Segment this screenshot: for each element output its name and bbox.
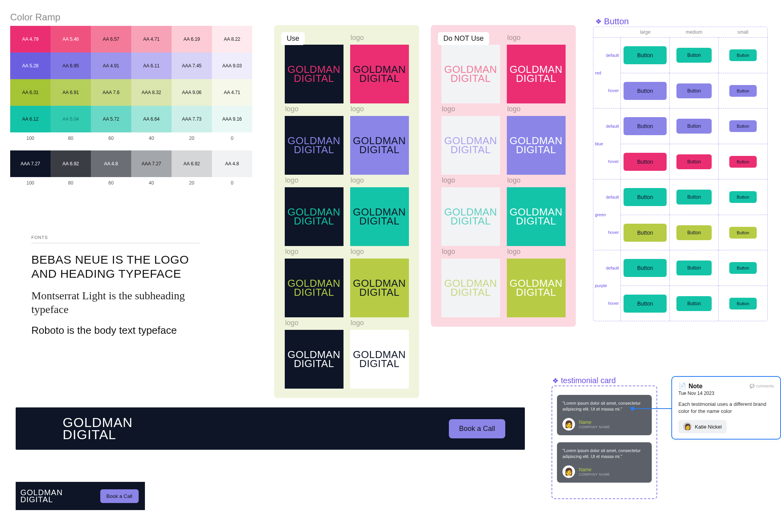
button-cell: Button (669, 179, 718, 215)
dontuse-badge: Do NOT Use (438, 32, 489, 45)
book-call-button-small[interactable]: Book a Call (100, 489, 139, 503)
logo-dontuse-panel: Do NOT Use logoGOLDMANDIGITALlogoGOLDMAN… (431, 25, 576, 327)
button-group-label: reddefaulthover (593, 38, 620, 108)
logo-line2: DIGITAL (20, 496, 63, 503)
button-variant[interactable]: Button (624, 259, 667, 277)
logo-dontuse-grid: logoGOLDMANDIGITALlogoGOLDMANDIGITALlogo… (438, 32, 569, 317)
logo-swatch: GOLDMANDIGITAL (441, 45, 500, 103)
button-variant[interactable]: Button (624, 82, 667, 100)
button-variant[interactable]: Button (729, 156, 757, 168)
button-size-header: medium (670, 27, 719, 37)
color-swatch: AA 6.91 (51, 79, 91, 106)
ramp-legend: 60 (91, 132, 131, 141)
logo-caption: logo (503, 248, 569, 259)
logo-text: GOLDMANDIGITAL (444, 136, 497, 155)
button-variant[interactable]: Button (676, 261, 712, 275)
button-state-label: default (606, 109, 619, 144)
button-group-label: bluedefaulthover (593, 109, 620, 179)
button-variant[interactable]: Button (624, 188, 667, 206)
logo-text: GOLDMANDIGITAL (510, 136, 562, 155)
button-variant[interactable]: Button (676, 225, 712, 240)
logo-caption: logo (438, 176, 503, 187)
book-call-button[interactable]: Book a Call (449, 419, 505, 438)
ramp-legend: 0 (212, 132, 252, 141)
logo-text: GOLDMANDIGITAL (287, 279, 340, 297)
button-variant[interactable]: Button (676, 48, 712, 63)
gray-swatch: AA 6.92 (51, 150, 91, 177)
button-variant[interactable]: Button (624, 224, 667, 242)
logo-cell: logoGOLDMANDIGITAL (503, 103, 569, 175)
logo-swatch: GOLDMANDIGITAL (285, 45, 343, 103)
button-variant[interactable]: Button (729, 49, 757, 61)
color-swatch: AA 6.64 (131, 106, 172, 132)
logo-line2: DIGITAL (63, 429, 133, 441)
comment-icon: 💬 (750, 384, 754, 388)
button-state-label: default (606, 250, 619, 286)
gray-swatch: AA 4.8 (212, 150, 252, 177)
logo-text: GOLDMANDIGITAL (444, 279, 497, 297)
button-cell: Button (669, 38, 718, 73)
color-swatch: AAA 8.32 (131, 79, 172, 106)
button-variant[interactable]: Button (624, 153, 667, 171)
button-cell: Button (621, 215, 669, 250)
nav-large: GOLDMANDIGITAL Book a Call (16, 407, 525, 450)
button-variant[interactable]: Button (676, 296, 712, 311)
logo-swatch: GOLDMANDIGITAL (507, 259, 566, 317)
logo-caption: logo (347, 248, 412, 259)
logo-text: GOLDMANDIGITAL (287, 65, 340, 83)
color-swatch: AA 4.71 (131, 26, 172, 52)
button-variant[interactable]: Button (729, 298, 757, 309)
ramp-legend: 100 (10, 177, 51, 186)
logo-text: GOLDMANDIGITAL (353, 136, 406, 155)
button-variant[interactable]: Button (676, 154, 712, 169)
logo-caption: logo (281, 105, 347, 116)
color-swatch: AA 6.57 (91, 26, 131, 52)
button-state-label: hover (606, 73, 619, 108)
component-icon: ❖ (595, 17, 602, 26)
color-swatch: AA 5.72 (91, 106, 131, 132)
ramp-legend: 80 (51, 177, 91, 186)
color-swatch: AA 6.19 (172, 26, 212, 52)
logo-caption: logo (281, 248, 347, 259)
button-cell: Button (718, 250, 767, 286)
note-body: Each testimonial uses a different brand … (678, 401, 774, 414)
color-swatch: AA 6.12 (10, 106, 51, 132)
logo-swatch: GOLDMANDIGITAL (507, 45, 566, 103)
logo-text: GOLDMANDIGITAL (444, 65, 497, 83)
logo-caption: logo (438, 248, 503, 259)
note-author-name: Katie Nickel (695, 424, 722, 430)
person-name: Name (579, 420, 610, 425)
logo-cell: logoGOLDMANDIGITAL (347, 175, 412, 246)
button-variant[interactable]: Button (729, 191, 757, 203)
logo-swatch: GOLDMANDIGITAL (350, 116, 409, 175)
company-name: COMPANY NAME (579, 472, 610, 476)
annotation-note: 📄Note 💬comments Tue Nov 14 2023 Each tes… (671, 376, 781, 440)
button-size-header: large (621, 27, 670, 37)
nav-logo-large: GOLDMANDIGITAL (63, 416, 133, 440)
fonts-subheading-example: Montserrat Light is the subheading typef… (31, 289, 200, 316)
color-swatch: AAA 9.03 (212, 52, 252, 79)
component-icon: ❖ (552, 376, 559, 385)
testimonial-quote: "Lorem ipsum dolor sit amet, consectetur… (562, 400, 646, 413)
button-variant[interactable]: Button (729, 227, 757, 239)
color-swatch: AAA 7.6 (91, 79, 131, 106)
button-variant[interactable]: Button (676, 83, 712, 98)
button-variant[interactable]: Button (624, 46, 667, 64)
comments-label: comments (756, 384, 774, 388)
logo-text: GOLDMANDIGITAL (510, 65, 562, 83)
button-variant[interactable]: Button (729, 85, 757, 97)
color-swatch: AA 6.31 (10, 79, 51, 106)
button-variant[interactable]: Button (676, 190, 712, 204)
button-variant[interactable]: Button (676, 119, 712, 134)
button-variant[interactable]: Button (624, 295, 667, 313)
logo-cell: logoGOLDMANDIGITAL (503, 246, 569, 317)
logo-caption: logo (503, 176, 569, 187)
color-swatch: AAA 7.73 (172, 106, 212, 132)
button-variant[interactable]: Button (729, 262, 757, 274)
button-variant[interactable]: Button (624, 117, 667, 135)
logo-caption: logo (347, 176, 412, 187)
color-swatch: AA 5.28 (10, 52, 51, 79)
button-variant[interactable]: Button (729, 120, 757, 132)
button-cell: Button (718, 38, 767, 73)
logo-cell: logoGOLDMANDIGITAL (281, 246, 347, 317)
